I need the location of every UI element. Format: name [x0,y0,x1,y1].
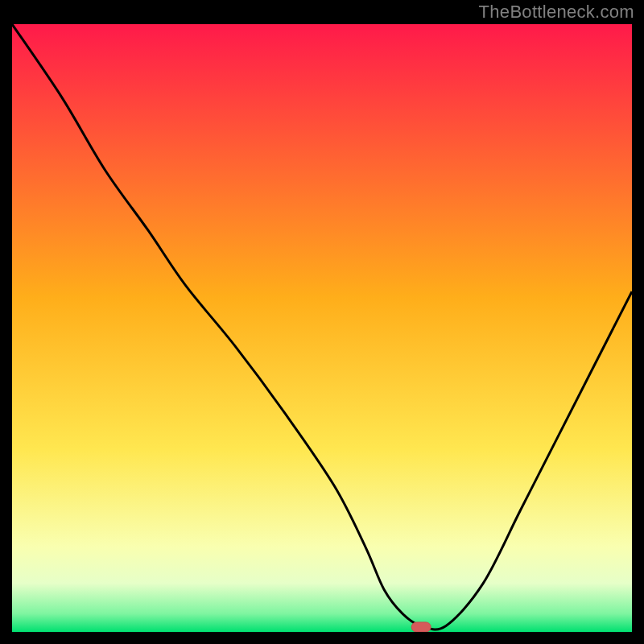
gradient-background [12,24,632,632]
bottleneck-chart [12,24,632,632]
optimum-marker [411,622,431,632]
plot-area [12,24,632,632]
chart-frame: TheBottleneck.com [0,0,644,644]
watermark-text: TheBottleneck.com [479,2,634,23]
